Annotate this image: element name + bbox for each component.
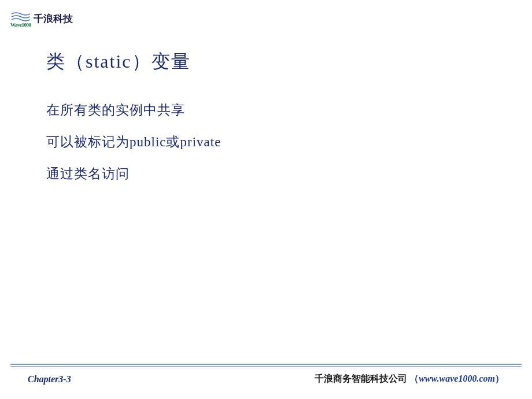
slide-content: 在所有类的实例中共享 可以被标记为public或private 通过类名访问 bbox=[46, 101, 221, 197]
bullet-line: 通过类名访问 bbox=[46, 165, 221, 183]
slide-title: 类（static）变量 bbox=[46, 49, 191, 75]
chapter-prefix: Chapter3 bbox=[28, 374, 63, 384]
bullet-line: 可以被标记为public或private bbox=[46, 133, 221, 151]
company-full-name: 千浪商务智能科技公司 bbox=[315, 374, 407, 383]
paren-close: ） bbox=[495, 374, 504, 383]
company-name: 千浪科技 bbox=[34, 12, 73, 25]
paren-open: （ bbox=[409, 374, 419, 383]
chapter-suffix: -3 bbox=[63, 374, 71, 384]
footer-divider bbox=[10, 364, 522, 367]
logo-subtext: Wave1000 bbox=[10, 22, 31, 28]
footer-company: 千浪商务智能科技公司 （www.wave1000.com） bbox=[315, 373, 504, 385]
bullet-line: 在所有类的实例中共享 bbox=[46, 101, 221, 119]
chapter-indicator: Chapter3-3 bbox=[28, 374, 71, 385]
slide-footer: Chapter3-3 千浪商务智能科技公司 （www.wave1000.com） bbox=[0, 373, 532, 385]
company-url: www.wave1000.com bbox=[419, 374, 495, 383]
